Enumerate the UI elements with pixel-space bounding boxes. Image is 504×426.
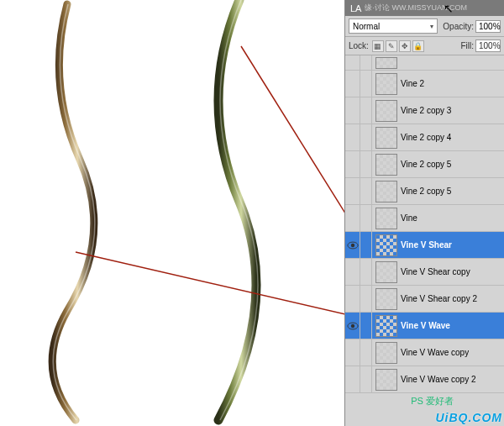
visibility-toggle[interactable] — [345, 313, 360, 339]
svg-line-0 — [241, 46, 344, 236]
lock-row: Lock: ▦ ✎ ✥ 🔒 Fill: 100% — [345, 37, 504, 55]
layer-name-label[interactable]: Vine 2 copy 4 — [401, 133, 451, 142]
eye-icon — [347, 241, 359, 250]
svg-point-3 — [350, 243, 354, 246]
layer-thumbnail[interactable] — [375, 234, 397, 256]
layer-thumbnail[interactable] — [375, 261, 397, 283]
blend-mode-value: Normal — [353, 22, 380, 31]
visibility-toggle[interactable] — [345, 178, 360, 204]
link-col[interactable] — [360, 366, 372, 392]
lock-pixels-icon[interactable]: ✎ — [386, 40, 397, 52]
layer-name-label[interactable]: Vine V Wave — [401, 321, 450, 330]
panel-header: LA 缘·讨论 WW.MISSYUAN.COM — [345, 0, 504, 16]
layer-row[interactable]: Vine 2 — [345, 71, 504, 97]
layer-name-label[interactable]: Vine — [401, 213, 417, 223]
lock-all-icon[interactable]: 🔒 — [412, 40, 424, 52]
link-col[interactable] — [360, 259, 372, 285]
layer-thumbnail[interactable] — [375, 342, 397, 364]
fill-label: Fill: — [460, 41, 474, 50]
lock-label: Lock: — [349, 41, 369, 50]
visibility-toggle[interactable] — [345, 71, 360, 97]
panel-tab-layers[interactable]: LA — [350, 3, 361, 13]
svg-line-1 — [76, 252, 344, 318]
lock-position-icon[interactable]: ✥ — [399, 40, 411, 52]
visibility-toggle[interactable] — [345, 339, 360, 366]
layer-row[interactable]: Vine V Shear copy — [345, 259, 504, 286]
svg-point-5 — [350, 323, 354, 327]
layer-row[interactable]: Vine V Wave — [345, 313, 504, 339]
layer-name-label[interactable]: Vine V Wave copy — [401, 348, 469, 357]
link-col[interactable] — [360, 286, 372, 312]
layer-row[interactable]: Vine V Wave copy 2 — [345, 366, 504, 393]
link-col[interactable] — [360, 232, 372, 258]
layer-name-label[interactable]: Vine V Shear copy — [401, 267, 470, 276]
layer-thumbnail[interactable] — [375, 127, 397, 149]
layer-thumbnail[interactable] — [375, 288, 397, 310]
layer-row[interactable]: Vine 2 copy 4 — [345, 124, 504, 151]
layer-row[interactable]: Vine V Shear copy 2 — [345, 286, 504, 313]
fill-input[interactable]: 100% — [475, 39, 501, 52]
layer-thumbnail[interactable] — [375, 73, 397, 95]
visibility-toggle[interactable] — [345, 205, 360, 231]
layer-thumbnail[interactable] — [375, 315, 397, 337]
link-col[interactable] — [360, 124, 372, 150]
opacity-input[interactable]: 100% — [475, 20, 501, 33]
mouse-cursor: ↖ — [444, 2, 454, 15]
blend-mode-select[interactable]: Normal ▾ — [349, 18, 438, 34]
layer-name-label[interactable]: Vine V Shear — [401, 240, 452, 250]
layer-row[interactable]: Vine 2 copy 5 — [345, 151, 504, 178]
layer-row[interactable]: Vine 2 copy 5 — [345, 178, 504, 205]
layer-name-label[interactable]: Vine 2 copy 5 — [401, 160, 451, 169]
layer-row-partial[interactable] — [345, 55, 504, 71]
watermark-text-2: PS 爱好者 — [411, 395, 454, 408]
layer-name-label[interactable]: Vine 2 copy 3 — [401, 106, 451, 115]
layer-name-label[interactable]: Vine V Shear copy 2 — [401, 294, 477, 303]
layer-row[interactable]: Vine 2 copy 3 — [345, 97, 504, 124]
layer-name-label[interactable]: Vine 2 — [401, 79, 424, 88]
layer-row[interactable]: Vine V Shear — [345, 232, 504, 259]
visibility-toggle[interactable] — [345, 151, 360, 177]
opacity-label: Opacity: — [443, 22, 474, 31]
layer-row[interactable]: Vine — [345, 205, 504, 232]
link-col[interactable] — [360, 151, 372, 177]
link-col[interactable] — [360, 339, 372, 366]
lock-transparency-icon[interactable]: ▦ — [372, 40, 384, 52]
eye-icon — [347, 322, 359, 330]
layer-name-label[interactable]: Vine V Wave copy 2 — [401, 375, 476, 384]
link-col[interactable] — [360, 178, 372, 204]
visibility-toggle[interactable] — [345, 55, 360, 70]
layer-thumbnail[interactable] — [375, 100, 397, 122]
layer-name-label[interactable]: Vine 2 copy 5 — [401, 187, 451, 196]
layer-row[interactable]: Vine V Wave copy — [345, 339, 504, 366]
link-col[interactable] — [360, 313, 372, 339]
layer-thumbnail[interactable] — [375, 181, 397, 202]
visibility-toggle[interactable] — [345, 232, 360, 258]
layers-list: Vine 2Vine 2 copy 3Vine 2 copy 4Vine 2 c… — [345, 55, 504, 426]
link-col[interactable] — [360, 97, 372, 124]
link-col[interactable] — [360, 71, 372, 97]
link-col[interactable] — [360, 55, 372, 70]
visibility-toggle[interactable] — [345, 366, 360, 392]
layer-thumbnail[interactable] — [375, 208, 397, 229]
visibility-toggle[interactable] — [345, 124, 360, 150]
layer-thumbnail[interactable] — [375, 57, 397, 69]
visibility-toggle[interactable] — [345, 97, 360, 124]
layer-thumbnail[interactable] — [375, 369, 397, 391]
document-canvas[interactable] — [0, 0, 344, 426]
layers-panel: LA 缘·讨论 WW.MISSYUAN.COM Normal ▾ Opacity… — [344, 0, 504, 426]
visibility-toggle[interactable] — [345, 259, 360, 285]
visibility-toggle[interactable] — [345, 286, 360, 312]
watermark-text: UiBQ.COM — [435, 411, 502, 424]
link-col[interactable] — [360, 205, 372, 231]
layer-thumbnail[interactable] — [375, 154, 397, 176]
chevron-down-icon: ▾ — [430, 23, 433, 30]
blend-row: Normal ▾ Opacity: 100% — [345, 16, 504, 37]
